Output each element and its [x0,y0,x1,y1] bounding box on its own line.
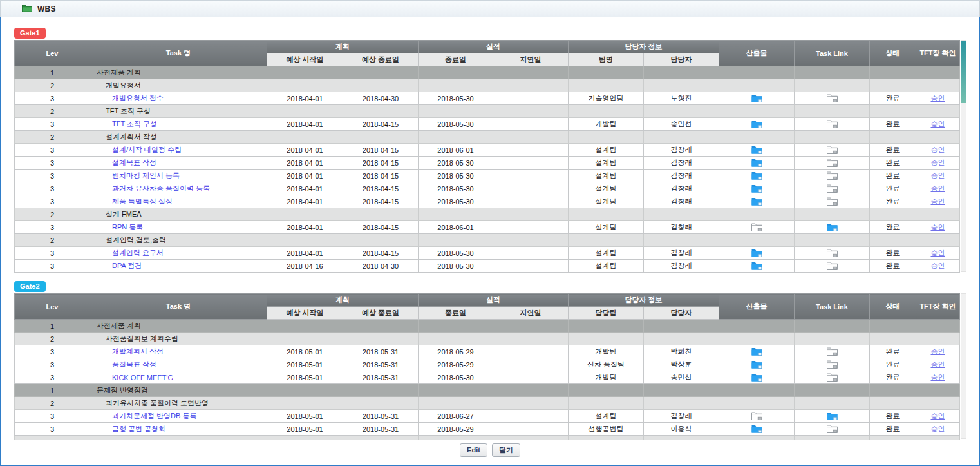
task-link-folder-icon-gray[interactable] [827,347,838,355]
lev-cell: 3 [15,118,90,131]
folder-icon [22,3,32,15]
approve-link[interactable]: 승인 [931,412,945,420]
approve-link[interactable]: 승인 [931,347,945,355]
task-name-link[interactable]: 개발요청서 접수 [112,94,164,102]
task-name-link[interactable]: 개발계획서 작성 [112,347,164,355]
output-folder-icon-blue[interactable] [751,171,762,179]
delay-cell [493,105,569,118]
col-header-status: 상태 [870,41,916,66]
output-folder-icon-blue[interactable] [751,425,762,432]
approve-link[interactable]: 승인 [931,171,945,179]
plan-end-cell: 2018-05-31 [343,345,419,358]
delay-cell [493,384,569,397]
output-folder-icon-blue[interactable] [751,373,762,381]
tft-cell [916,384,960,397]
approve-link[interactable]: 승인 [931,120,945,128]
approve-link[interactable]: 승인 [931,262,945,269]
gate1-scrollbar-thumb[interactable] [961,41,966,103]
task-link-folder-icon-gray[interactable] [827,262,838,269]
gate2-scrollbar[interactable] [961,293,966,439]
task-name-cell: 개발요청서 접수 [90,92,267,105]
tft-cell [916,131,960,144]
actual-end-cell [419,79,493,92]
approve-link[interactable]: 승인 [931,197,945,205]
task-link-folder-icon-gray[interactable] [827,120,838,128]
col-header-output: 산출물 [719,41,795,66]
task-link-folder-icon-blue[interactable] [827,412,838,420]
task-link-folder-icon-gray[interactable] [827,197,838,205]
team-cell [569,105,644,118]
task-link-folder-icon-gray[interactable] [827,94,838,102]
plan-start-cell [267,79,343,92]
approve-link[interactable]: 승인 [931,360,945,368]
task-name-link[interactable]: 설계/시작 대일정 수립 [112,146,182,153]
delay-cell [493,410,569,423]
output-folder-icon-blue[interactable] [751,347,762,355]
task-link-folder-icon-gray[interactable] [827,249,838,257]
actual-end-cell [419,384,493,397]
task-name-link[interactable]: 설계입력 요구서 [112,249,164,257]
output-folder-icon-gray[interactable] [751,412,762,420]
actual-end-cell [419,66,493,79]
approve-link[interactable]: 승인 [931,146,945,153]
output-folder-icon-blue[interactable] [751,184,762,192]
task-link-folder-icon-gray[interactable] [827,425,838,432]
lev-cell: 1 [15,384,90,397]
task-name-link[interactable]: 과거차문제점 반영DB 등록 [112,412,196,420]
plan-end-cell: 2018-04-15 [343,247,419,260]
approve-link[interactable]: 승인 [931,223,945,231]
col-header-task-link: Task Link [795,41,870,66]
task-link-folder-icon-gray[interactable] [827,373,838,381]
task-row-lev3: 3KICK OFF MEET'G2018-05-012018-05-312018… [15,371,960,384]
output-folder-icon-blue[interactable] [751,120,762,128]
task-name-link[interactable]: DPA 점검 [112,262,142,269]
task-name-link[interactable]: 설계목표 작성 [112,159,156,166]
delay-cell [493,144,569,157]
task-name-link[interactable]: KICK OFF MEET'G [112,374,173,382]
task-link-folder-icon-blue[interactable] [827,223,838,231]
status-cell: 완료 [870,144,916,157]
task-link-folder-icon-gray[interactable] [827,159,838,166]
approve-link[interactable]: 승인 [931,249,945,257]
output-folder-icon-blue[interactable] [751,146,762,153]
task-link-folder-icon-gray[interactable] [827,184,838,192]
output-folder-icon-blue[interactable] [751,249,762,257]
task-name-link[interactable]: TFT 조직 구성 [112,120,157,128]
task-link-cell [795,333,870,345]
gate1-scrollbar[interactable] [961,40,966,272]
task-name-cell: 설계 FMEA [90,208,267,221]
task-link-folder-icon-gray[interactable] [827,360,838,368]
task-row-lev2: 2설계계획서 작성 [15,131,960,144]
output-folder-icon-blue[interactable] [751,94,762,102]
lev-cell: 3 [15,157,90,170]
actual-end-cell [419,320,493,333]
task-name-link[interactable]: RPN 등록 [112,223,143,231]
plan-end-cell [343,397,419,410]
task-link-folder-icon-gray[interactable] [827,171,838,179]
approve-link[interactable]: 승인 [931,373,945,381]
delay-cell [493,66,569,79]
task-name-link[interactable]: 벤치마킹 제안서 등록 [112,171,180,179]
output-folder-icon-blue[interactable] [751,360,762,368]
task-row-lev3: 3DPA 점검2018-04-162018-04-302018-05-30설계팀… [15,260,960,273]
edit-button[interactable]: Edit [460,443,487,457]
task-row-lev3: 3과거차문제점 반영DB 등록2018-05-012018-05-312018-… [15,410,960,423]
approve-link[interactable]: 승인 [931,184,945,192]
task-name-link[interactable]: 금형 공법 공청회 [112,425,165,432]
task-link-folder-icon-gray[interactable] [827,146,838,153]
task-name-link[interactable]: 품질목표 작성 [112,360,156,368]
plan-start-cell [267,66,343,79]
close-button[interactable]: 닫기 [492,443,520,457]
output-folder-icon-blue[interactable] [751,159,762,166]
output-folder-icon-blue[interactable] [751,262,762,269]
plan-start-cell: 2018-04-01 [267,182,343,195]
approve-link[interactable]: 승인 [931,425,945,432]
lev-cell: 3 [15,423,90,436]
output-folder-icon-gray[interactable] [751,223,762,231]
lev-cell: 3 [15,247,90,260]
approve-link[interactable]: 승인 [931,94,945,102]
approve-link[interactable]: 승인 [931,159,945,166]
output-folder-icon-blue[interactable] [751,197,762,205]
task-name-link[interactable]: 제품 특별특성 설정 [112,197,173,205]
task-name-link[interactable]: 과거차 유사차종 품질이력 등록 [112,184,210,192]
